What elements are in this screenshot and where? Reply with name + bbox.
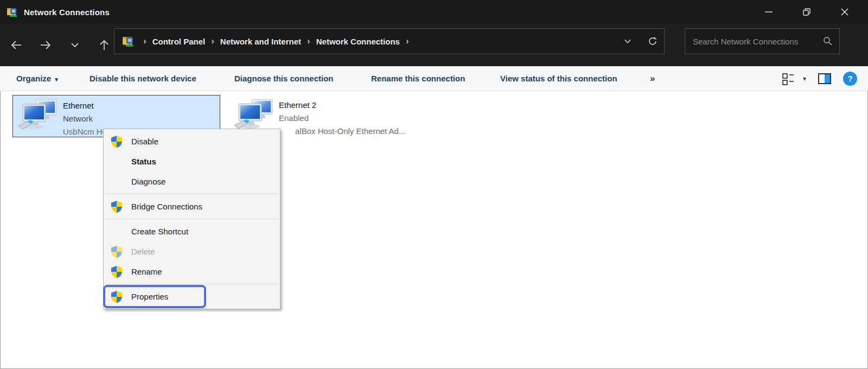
breadcrumb-network-and-internet[interactable]: Network and Internet [217, 37, 304, 46]
chevron-right-icon: › [141, 36, 149, 47]
close-button[interactable] [826, 0, 864, 24]
uac-shield-icon [110, 135, 123, 148]
search-box [685, 28, 840, 54]
organize-menu-button[interactable]: Organize▾ [16, 66, 58, 91]
minimize-button[interactable] [750, 0, 788, 24]
list-view-icon [782, 72, 795, 85]
menu-item-properties[interactable]: Properties [104, 287, 280, 307]
disable-device-button[interactable]: Disable this network device [90, 66, 196, 91]
menu-item-label: Rename [131, 267, 162, 276]
menu-item-status[interactable]: Status [104, 151, 280, 171]
context-menu: Disable Status Diagnose Bridge Connectio… [103, 129, 280, 309]
window-title: Network Connections [24, 8, 110, 17]
connection-name: Ethernet [63, 99, 107, 112]
address-dropdown-chevron-icon[interactable] [624, 37, 631, 45]
recent-locations-chevron-icon[interactable] [66, 36, 84, 54]
change-view-button[interactable]: ▾ [782, 72, 806, 85]
network-adapter-icon [17, 99, 60, 132]
menu-item-bridge-connections[interactable]: Bridge Connections [104, 196, 280, 217]
window-chrome: Network Connections [0, 0, 868, 66]
menu-item-rename[interactable]: Rename [104, 262, 280, 282]
back-button[interactable] [8, 36, 25, 54]
command-bar: Organize▾ Disable this network device Di… [0, 66, 868, 91]
address-bar[interactable]: › Control Panel › Network and Internet ›… [114, 28, 665, 54]
caret-down-icon: ▾ [803, 75, 806, 82]
menu-item-diagnose[interactable]: Diagnose [104, 171, 280, 192]
diagnose-connection-button[interactable]: Diagnose this connection [234, 66, 334, 91]
network-folder-icon [122, 35, 135, 48]
chevron-right-icon: › [304, 36, 313, 47]
network-adapter-icon [233, 98, 276, 132]
rename-connection-button[interactable]: Rename this connection [371, 66, 465, 91]
breadcrumb-control-panel[interactable]: Control Panel [149, 37, 209, 46]
uac-shield-icon [110, 200, 123, 213]
uac-shield-icon [110, 290, 123, 303]
menu-item-label: Status [131, 157, 156, 166]
menu-item-label: Create Shortcut [131, 227, 188, 236]
breadcrumb-network-connections[interactable]: Network Connections [313, 37, 403, 46]
chevron-right-icon: › [403, 36, 412, 47]
menu-item-label: Properties [131, 292, 168, 301]
menu-separator [105, 194, 279, 194]
view-status-button[interactable]: View status of this connection [500, 66, 617, 91]
menu-item-label: Bridge Connections [131, 202, 202, 211]
menu-item-label: Delete [131, 247, 155, 256]
menu-item-disable[interactable]: Disable [104, 131, 280, 151]
titlebar: Network Connections [0, 0, 868, 24]
connection-name: Ethernet 2 [279, 99, 405, 112]
menu-item-label: Disable [131, 137, 158, 146]
restore-button[interactable] [788, 0, 826, 24]
navigation-bar: › Control Panel › Network and Internet ›… [0, 24, 868, 66]
menu-separator [105, 219, 279, 219]
network-folder-icon [7, 6, 18, 18]
search-input[interactable] [685, 37, 823, 46]
connection-status: Enabled [279, 112, 405, 125]
menu-item-label: Diagnose [131, 177, 165, 186]
help-button[interactable]: ? [843, 72, 857, 86]
forward-button[interactable] [37, 36, 54, 54]
connections-list: Ethernet Network UsbNcm Ho Ethernet 2 En… [0, 91, 868, 369]
uac-shield-icon [110, 265, 123, 278]
search-icon[interactable] [823, 36, 833, 46]
chevron-right-icon: › [208, 36, 217, 47]
connection-device: alBox Host-Only Ethernet Ad... [295, 125, 405, 138]
up-button[interactable] [95, 36, 113, 54]
uac-shield-icon [110, 245, 123, 258]
toolbar-overflow-button[interactable]: » [650, 66, 655, 91]
refresh-icon[interactable] [648, 36, 658, 46]
breadcrumb: › Control Panel › Network and Internet ›… [141, 36, 412, 47]
menu-item-create-shortcut[interactable]: Create Shortcut [104, 221, 280, 241]
connection-device: UsbNcm Ho [63, 125, 107, 138]
menu-separator [105, 284, 279, 284]
menu-item-delete: Delete [104, 241, 280, 262]
connection-status: Network [63, 112, 107, 125]
caret-down-icon: ▾ [55, 76, 58, 82]
preview-pane-button[interactable] [818, 73, 831, 84]
